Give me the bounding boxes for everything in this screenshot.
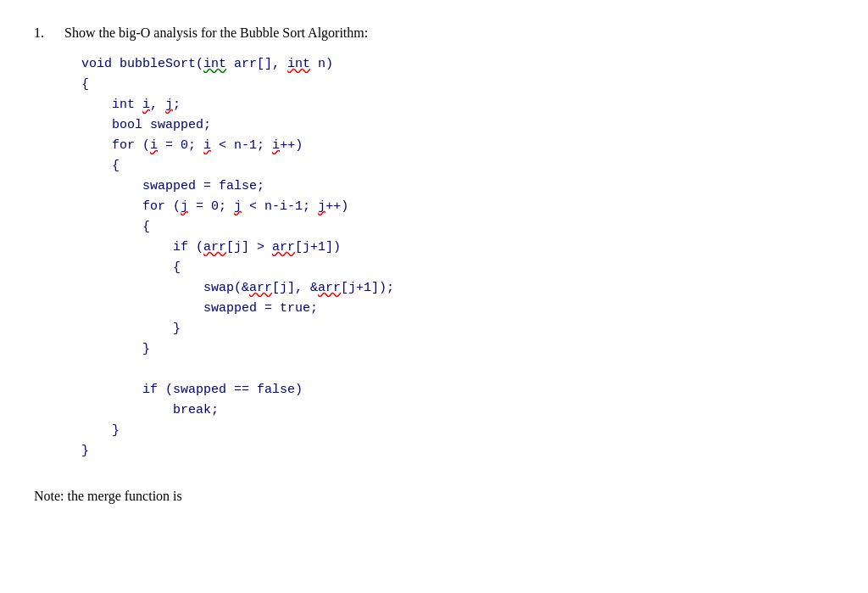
question-1: 1. Show the big-O analysis for the Bubbl… bbox=[34, 25, 834, 41]
note-section: Note: the merge function is bbox=[34, 489, 834, 504]
code-line-10: if (arr[j] > arr[j+1]) bbox=[81, 238, 834, 258]
code-line-12: swap(&arr[j], &arr[j+1]); bbox=[81, 278, 834, 299]
code-line-11: { bbox=[81, 258, 834, 278]
question-text: Show the big-O analysis for the Bubble S… bbox=[64, 25, 368, 41]
page-content: 1. Show the big-O analysis for the Bubbl… bbox=[34, 25, 834, 504]
note-text: Note: the merge function is bbox=[34, 489, 182, 503]
code-line-4: bool swapped; bbox=[81, 115, 834, 136]
code-line-9: { bbox=[81, 217, 834, 238]
code-line-16 bbox=[81, 360, 834, 380]
code-line-14: } bbox=[81, 319, 834, 339]
code-line-17: if (swapped == false) bbox=[81, 380, 834, 400]
code-line-7: swapped = false; bbox=[81, 176, 834, 197]
code-block: void bubbleSort(int arr[], int n) { int … bbox=[81, 54, 834, 462]
code-line-5: for (i = 0; i < n-1; i++) bbox=[81, 136, 834, 156]
code-line-3: int i, j; bbox=[81, 95, 834, 115]
code-line-20: } bbox=[81, 441, 834, 462]
code-line-13: swapped = true; bbox=[81, 299, 834, 319]
code-line-8: for (j = 0; j < n-i-1; j++) bbox=[81, 197, 834, 217]
question-number-label: 1. bbox=[34, 25, 54, 41]
code-line-2: { bbox=[81, 75, 834, 95]
code-line-15: } bbox=[81, 339, 834, 360]
code-line-19: } bbox=[81, 421, 834, 441]
code-line-1: void bubbleSort(int arr[], int n) bbox=[81, 54, 834, 75]
code-line-6: { bbox=[81, 156, 834, 176]
code-line-18: break; bbox=[81, 400, 834, 421]
